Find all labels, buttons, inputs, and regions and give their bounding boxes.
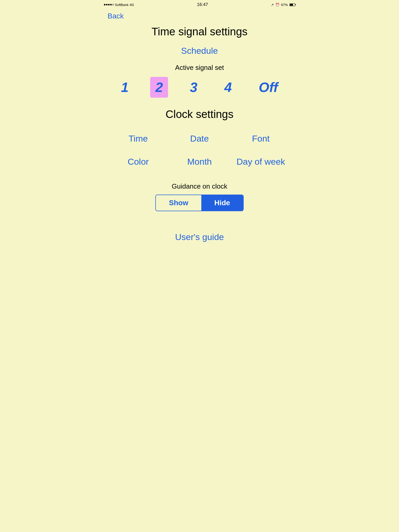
status-right: ↗ ⏰ 67% [271, 3, 295, 7]
date-button[interactable]: Date [169, 128, 230, 149]
battery-percent: 67% [281, 3, 288, 7]
signal-btn-2[interactable]: 2 [150, 77, 168, 98]
dot-5 [112, 4, 114, 5]
clock-settings-grid: Time Date Font Color Month Day of week [108, 128, 291, 172]
carrier-label: SoftBank [115, 3, 129, 7]
time-display: 16:47 [197, 2, 208, 7]
hide-button[interactable]: Hide [201, 195, 243, 211]
signal-btn-off[interactable]: Off [254, 77, 283, 98]
color-button[interactable]: Color [108, 151, 169, 172]
clock-settings-title: Clock settings [165, 108, 233, 121]
dot-3 [108, 4, 110, 5]
network-label: 4G [130, 3, 134, 7]
alarm-icon: ⏰ [275, 3, 280, 7]
guidance-toggle: Show Hide [155, 195, 243, 211]
users-guide-link[interactable]: User's guide [175, 232, 224, 242]
dot-2 [106, 4, 108, 5]
back-button[interactable]: Back [108, 9, 124, 23]
month-button[interactable]: Month [169, 151, 230, 172]
dot-4 [110, 4, 112, 5]
status-left: SoftBank 4G [104, 3, 134, 7]
time-button[interactable]: Time [108, 128, 169, 149]
signal-btn-1[interactable]: 1 [116, 77, 134, 98]
signal-set-row: 1 2 3 4 Off [108, 77, 291, 98]
location-icon: ↗ [271, 3, 274, 7]
signal-dots [104, 4, 114, 5]
schedule-link[interactable]: Schedule [181, 46, 218, 56]
main-content: Back Time signal settings Schedule Activ… [100, 9, 299, 242]
dot-1 [104, 4, 105, 5]
font-button[interactable]: Font [230, 128, 291, 149]
guidance-label: Guidance on clock [172, 182, 227, 190]
show-button[interactable]: Show [156, 195, 201, 211]
day-of-week-button[interactable]: Day of week [230, 151, 291, 172]
signal-btn-4[interactable]: 4 [219, 77, 237, 98]
status-bar: SoftBank 4G 16:47 ↗ ⏰ 67% [100, 0, 299, 9]
page-title: Time signal settings [151, 25, 248, 38]
signal-btn-3[interactable]: 3 [185, 77, 203, 98]
battery-icon [289, 3, 295, 6]
active-signal-label: Active signal set [175, 64, 224, 72]
